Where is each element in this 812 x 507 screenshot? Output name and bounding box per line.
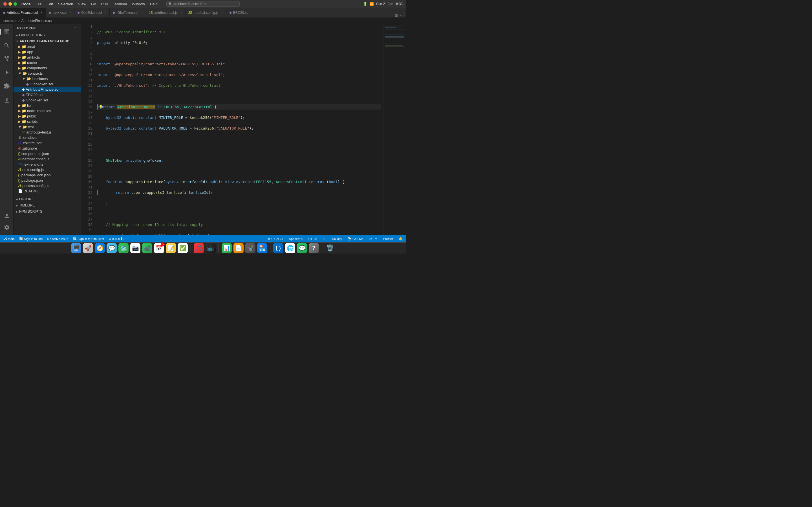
dock-maps[interactable]: 🗺️ [118, 243, 129, 253]
file-readme[interactable]: 📄 README [13, 188, 81, 194]
tab-close-arttribute[interactable]: ✕ [40, 11, 43, 14]
file-hardhat[interactable]: JS hardhat.config.js [13, 156, 81, 162]
activity-search[interactable] [1, 40, 12, 51]
tab-close-igho[interactable]: ✕ [141, 11, 143, 14]
dock-notes[interactable]: 📝 [166, 243, 176, 253]
file-ighotoken[interactable]: ◆ IGhoToken.sol [13, 81, 81, 87]
dock-numbers[interactable]: 📊 [221, 243, 232, 253]
split-editor-icon[interactable]: ⊞ [395, 13, 398, 17]
folder-test[interactable]: ▼ 📂 test [13, 124, 81, 129]
npm-scripts-section[interactable]: ▶ NPM SCRIPTS [13, 209, 81, 215]
folder-artifacts[interactable]: ▶ 📁 artifacts [13, 55, 81, 60]
file-arttest[interactable]: JS arttribute-test.js [13, 129, 81, 135]
folder-app[interactable]: ▶ 📁 app [13, 49, 81, 55]
activity-settings[interactable] [1, 222, 12, 233]
dock-finder[interactable]: 🖥️ [71, 243, 81, 253]
dock-calendar[interactable]: 📅 21 [154, 243, 164, 253]
menu-view[interactable]: View [76, 1, 88, 7]
status-spaces[interactable]: Spaces: 4 [288, 237, 304, 240]
dock-keynote[interactable]: 📽️ [245, 243, 255, 253]
dock-trash[interactable]: 🗑️ [325, 243, 335, 253]
activity-accounts[interactable] [1, 210, 12, 222]
tab-close-erc20[interactable]: ✕ [252, 11, 254, 14]
menu-terminal[interactable]: Terminal [111, 1, 129, 7]
code-content[interactable]: // SPDX-License-Identifier: MIT pragma s… [95, 24, 384, 235]
tab-erc20[interactable]: ◆ ERC20.sol ✕ [226, 8, 257, 17]
dock-appstore[interactable]: 🏪 [257, 243, 267, 253]
breadcrumb-current[interactable]: ArttributeFinance.sol [21, 19, 52, 23]
folder-components[interactable]: ▶ 📁 components [13, 65, 81, 71]
file-components-json[interactable]: {} components.json [13, 151, 81, 156]
status-bitbucket[interactable]: 🔄 Sign in to Bitbucket [71, 237, 105, 240]
activity-testing[interactable] [1, 95, 12, 106]
tab-igho[interactable]: ◆ IGhoToken.sol ✕ [110, 8, 146, 17]
activity-source-control[interactable] [1, 53, 12, 64]
dock-music[interactable]: 🎵 [194, 243, 204, 253]
file-env-local[interactable]: ⚙ .env.local [13, 135, 81, 140]
dock-safari[interactable]: 🧭 [95, 243, 105, 253]
file-package[interactable]: {} package.json [13, 178, 81, 183]
tab-arttest[interactable]: JS arttribute-test.js ✕ [146, 8, 186, 17]
file-eslintrc[interactable]: ⊙ .eslintrc.json [13, 140, 81, 146]
file-gitignore[interactable]: ⊘ .gitignore [13, 146, 81, 151]
dock-pages[interactable]: 📄 [234, 243, 244, 253]
file-package-lock[interactable]: {} package-lock.json [13, 172, 81, 178]
tab-env[interactable]: ◆ .env.local ✕ [46, 8, 74, 17]
outline-section[interactable]: ▶ OUTLINE [13, 196, 81, 202]
dock-vscode[interactable]: { } [273, 243, 283, 253]
menu-go[interactable]: Go [89, 1, 98, 7]
tab-close-env[interactable]: ✕ [69, 11, 71, 14]
code-editor[interactable]: 1 2 3 4 5 6 7 8 9 10 11 12 13 14 15 16 1 [81, 24, 384, 235]
open-editors-section[interactable]: ▶ OPEN EDITORS [13, 32, 81, 38]
folder-node-modules[interactable]: ▶ 📁 node_modules [13, 108, 81, 114]
status-golive[interactable]: 📡 Go Live [347, 237, 364, 240]
status-jira[interactable]: 🔄 Sign in to Jira [18, 237, 44, 240]
dock-reminders[interactable]: ✅ [177, 243, 188, 253]
activity-extensions[interactable] [1, 80, 12, 92]
tab-hardhat[interactable]: JS hardhat.config.js ✕ [186, 8, 226, 17]
menu-file[interactable]: File [34, 1, 44, 7]
dock-messages[interactable]: 💬 [107, 243, 117, 253]
dock-facetime[interactable]: 📹 [142, 243, 152, 253]
breadcrumb-contracts[interactable]: contracts [3, 19, 17, 23]
dock-whatsapp[interactable]: 💬 [297, 243, 307, 253]
file-next-config[interactable]: JS next.config.js [13, 167, 81, 172]
status-prettier[interactable]: Prettier [382, 237, 394, 240]
folder-next[interactable]: ▶ 📁 .next [13, 44, 81, 49]
search-box[interactable]: 🔍 arttribute-finance-lfgho [166, 1, 240, 7]
status-encoding[interactable]: UTF-8 [307, 237, 318, 240]
file-erc20[interactable]: ◆ ERC20.sol [13, 92, 81, 98]
dock-launchpad[interactable]: 🚀 [83, 243, 93, 253]
tab-close-hardhat[interactable]: ✕ [221, 11, 223, 14]
app-name-menu[interactable]: Code [19, 1, 33, 7]
status-issue[interactable]: No active issue [46, 237, 70, 240]
file-next-env[interactable]: TS next-env.d.ts [13, 162, 81, 167]
dock-photos[interactable]: 📷 [130, 243, 140, 253]
status-line-col[interactable]: Ln 8, Col 27 [265, 237, 284, 240]
menu-help[interactable]: Help [148, 1, 160, 7]
tab-close-arttest[interactable]: ✕ [180, 11, 183, 14]
dock-help[interactable]: ? [309, 243, 319, 253]
status-time[interactable]: 2h 1m [368, 237, 378, 240]
file-ghotoken[interactable]: ◆ GhoToken.sol [13, 98, 81, 103]
dock-chrome[interactable]: 🌐 [285, 243, 295, 253]
status-branch[interactable]: ⎇ main [2, 237, 16, 240]
tab-close-gho[interactable]: ✕ [104, 11, 107, 14]
folder-scripts[interactable]: ▶ 📁 scripts [13, 119, 81, 124]
activity-explorer[interactable] [1, 26, 12, 38]
folder-cache[interactable]: ▶ 📁 cache [13, 60, 81, 65]
dock-tv[interactable]: 📺 [206, 243, 216, 253]
minimize-button[interactable] [8, 2, 12, 6]
folder-contracts[interactable]: ▼ 📂 contracts [13, 71, 81, 76]
timeline-section[interactable]: ▶ TIMELINE [13, 202, 81, 209]
more-actions-icon[interactable]: ⋯ [400, 13, 404, 17]
folder-lib[interactable]: ▶ 📁 lib [13, 103, 81, 108]
maximize-button[interactable] [13, 2, 17, 6]
status-language[interactable]: Solidity [331, 237, 343, 240]
folder-public[interactable]: ▶ 📁 public [13, 114, 81, 119]
file-arttribute[interactable]: ◆ ArttributeFinance.sol [13, 87, 81, 92]
folder-interfaces[interactable]: ▼ 📂 interfaces [13, 76, 81, 81]
menu-run[interactable]: Run [99, 1, 110, 7]
file-postcss[interactable]: JS postcss.config.js [13, 183, 81, 188]
menu-selection[interactable]: Selection [56, 1, 75, 7]
